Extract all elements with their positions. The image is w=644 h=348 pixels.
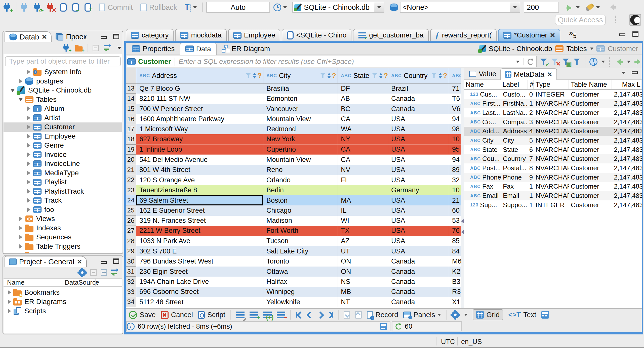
cell[interactable]: 302 S 700 E: [136, 246, 263, 256]
col-filter-icon[interactable]: [372, 73, 378, 78]
editor-tab-mockdata[interactable]: mockdata: [175, 29, 226, 41]
cell[interactable]: Mountain View: [263, 155, 338, 165]
row-number[interactable]: 31: [126, 267, 136, 277]
tab-properties[interactable]: Properties: [127, 43, 180, 55]
reconnect-icon[interactable]: ⟳: [34, 3, 41, 12]
previous-row-icon[interactable]: [306, 312, 312, 318]
refresh-dropdown-icon[interactable]: [576, 6, 580, 9]
cell[interactable]: 69 Salem Street: [136, 195, 263, 205]
link-editor-icon[interactable]: [104, 45, 113, 52]
cell[interactable]: 541 Del Medio Avenue: [136, 155, 263, 165]
collapsed-arrow-icon[interactable]: [26, 207, 32, 212]
cell[interactable]: Ottawa: [263, 267, 338, 277]
tree-item-sequences[interactable]: Sequences: [4, 233, 122, 242]
cell[interactable]: 1 Infinite Loop: [136, 145, 263, 155]
refresh-arrows-icon[interactable]: [567, 5, 574, 10]
editor-tab-customer[interactable]: *Customer✕: [498, 29, 560, 41]
fetch-size-input[interactable]: 200: [524, 2, 559, 13]
apply-filter-icon[interactable]: ✓: [540, 58, 547, 65]
collapsed-arrow-icon[interactable]: [18, 235, 24, 239]
meta-row-lastna[interactable]: ABCLast...LastNa...2NVARCHARCustomer2,14…: [464, 108, 642, 117]
breadcrumb-entity[interactable]: Customer: [608, 45, 638, 53]
project-expand-icon[interactable]: [101, 269, 107, 276]
tree-item-artist[interactable]: Artist: [4, 113, 122, 123]
meta-row-fax[interactable]: ABCFaxFax1NVARCHARCustomer2,147,483: [464, 182, 642, 191]
collapsed-arrow-icon[interactable]: [26, 134, 32, 139]
collapsed-arrow-icon[interactable]: [26, 161, 32, 166]
cell[interactable]: New York: [263, 134, 338, 144]
commit-button[interactable]: Commit: [108, 3, 133, 12]
col-sort-icon[interactable]: [253, 73, 257, 79]
project-col-datasource[interactable]: DataSource: [62, 279, 96, 286]
cell[interactable]: Halifax: [263, 277, 338, 287]
meta-row-country[interactable]: ABCCou...Country7NVARCHARCustomer2,147,4…: [464, 154, 642, 164]
col-filter-icon[interactable]: [246, 73, 251, 78]
col-sort-icon[interactable]: [439, 73, 442, 79]
meta-row-state[interactable]: ABCStateState6NVARCHARCustomer2,147,483: [464, 145, 642, 154]
cell[interactable]: 5112 48 Street: [136, 297, 263, 307]
cell[interactable]: MA: [338, 195, 388, 205]
cell[interactable]: V6: [449, 104, 461, 114]
col-header-city[interactable]: ABCCity?: [263, 68, 338, 83]
remove-filter-icon[interactable]: ✕: [551, 58, 558, 65]
cell[interactable]: NS: [338, 277, 388, 287]
tree-item-indexes[interactable]: Indexes: [4, 224, 122, 233]
cell[interactable]: 95: [449, 145, 461, 155]
meta-menu-icon[interactable]: [622, 72, 626, 74]
cell[interactable]: 10: [449, 134, 461, 144]
tree-item-mediatype[interactable]: MediaType: [4, 168, 122, 178]
col-question-icon[interactable]: ?: [332, 72, 336, 79]
cell[interactable]: 94: [449, 114, 461, 124]
col-filter-icon[interactable]: [320, 73, 326, 78]
editor-tab-get-customer-ba[interactable]: ✓get_customer_ba: [353, 29, 428, 41]
col-header-address[interactable]: ABCAddress?: [136, 68, 263, 83]
transaction-dropdown-icon[interactable]: [193, 6, 197, 9]
cell[interactable]: Cupertino: [263, 145, 338, 155]
collapsed-arrow-icon[interactable]: [26, 198, 32, 203]
cell[interactable]: NY: [338, 134, 388, 144]
row-number[interactable]: 32: [126, 277, 136, 287]
project-link-icon[interactable]: [111, 269, 120, 276]
close-editor-tab-icon[interactable]: ✕: [550, 32, 555, 38]
expanded-arrow-icon[interactable]: [18, 98, 24, 101]
cell[interactable]: 1 Microsoft Way: [136, 124, 263, 134]
cell[interactable]: 76: [449, 226, 461, 236]
row-number[interactable]: 23: [126, 185, 136, 195]
cell[interactable]: UT: [338, 246, 388, 256]
filter-history-dropdown-icon[interactable]: [516, 61, 519, 63]
cell[interactable]: Mountain View: [263, 114, 338, 124]
auto-refresh-dropdown-icon[interactable]: [601, 61, 605, 63]
tab-er-diagram[interactable]: ER Diagram: [217, 43, 275, 55]
cell[interactable]: Canada: [388, 94, 449, 104]
cell[interactable]: Vancouver: [263, 104, 338, 114]
collapsed-arrow-icon[interactable]: [18, 226, 24, 230]
cell[interactable]: Berlin: [263, 185, 338, 195]
quick-access-input[interactable]: Quick Access: [555, 15, 606, 25]
next-row-icon[interactable]: [317, 312, 323, 318]
meta-row-city[interactable]: ABCCityCity5NVARCHARCustomer2,147,483: [464, 136, 642, 145]
col-filter-icon[interactable]: [431, 73, 437, 78]
editor-tab-rewards-report[interactable]: ƒrewards_report(: [430, 29, 497, 41]
refresh-icon[interactable]: [528, 59, 534, 65]
row-number[interactable]: 14: [126, 94, 136, 104]
project-maximize-icon[interactable]: [113, 258, 119, 264]
cell[interactable]: USA: [388, 124, 449, 134]
cell[interactable]: 71: [449, 83, 461, 94]
cell[interactable]: CA: [338, 155, 388, 165]
row-number[interactable]: 18: [126, 134, 136, 144]
cell[interactable]: Germany: [388, 185, 449, 195]
cell[interactable]: USA: [388, 134, 449, 144]
cell[interactable]: Qe 7 Bloco G: [136, 83, 263, 94]
tab-projects[interactable]: Проек: [52, 31, 91, 42]
cell[interactable]: WI: [338, 216, 388, 226]
cell[interactable]: ON: [338, 267, 388, 277]
cell[interactable]: ON: [338, 256, 388, 266]
tree-item-employee[interactable]: Employee: [4, 132, 122, 141]
col-question-icon[interactable]: ?: [443, 72, 447, 79]
edit-row-icon[interactable]: [236, 312, 245, 318]
breadcrumb-dropdown-icon[interactable]: [590, 48, 593, 50]
nav-new-connection-icon[interactable]: +: [63, 44, 70, 52]
rollback-button[interactable]: Rollback: [149, 3, 177, 12]
auto-refresh-icon[interactable]: [589, 58, 597, 66]
grid-view-button[interactable]: Grid: [473, 309, 503, 320]
